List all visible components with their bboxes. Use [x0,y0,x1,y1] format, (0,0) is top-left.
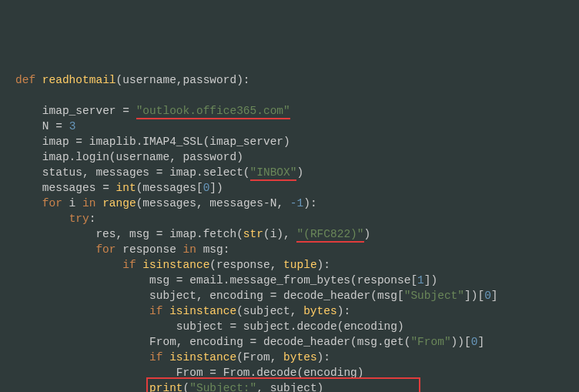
from-key: "From" [410,336,450,348]
from-assign-lhs: From, encoding = decode_header(msg.get( [149,336,410,348]
print-box-annotation: print("Subject:", subject) print("From:"… [149,380,417,392]
msg-assign-close: ]) [424,274,437,286]
for2-var: response [116,243,183,256]
messages-int-pre: messages = [42,182,116,194]
isinstance1-close: ): [317,259,330,271]
kw-for2: for [95,243,115,256]
isinstance-fn-3: isinstance [162,351,236,364]
imap-login: imap.login(username, password) [42,151,243,163]
str-fn: str [243,228,263,240]
isinstance3-args: (From, [236,351,283,364]
kw-try: try [69,213,89,225]
from-decode: From = From.decode(encoding) [176,367,364,379]
range-fn: range [95,197,136,209]
range-close: ): [303,197,316,209]
imap-server-assign: imap_server = [42,105,136,117]
print1-open: ( [183,382,190,392]
bytes-fn-1: bytes [303,305,337,317]
print1-str: "Subject:" [189,382,256,392]
n-assign-lhs: N = [42,120,69,132]
imap-server-string: "outlook.office365.com" [136,105,290,119]
code-block: def readhotmail(username,password): imap… [15,72,564,392]
from-assign-end: ] [477,336,484,348]
params: (username,password): [116,74,250,86]
print-fn-1: print [149,382,183,392]
rfc-string: "(RFC822)" [296,228,363,243]
status-assign-lhs: status, messages = imap.select( [42,166,250,179]
kw-if3: if [149,351,162,364]
msg-assign: msg = email.message_from_bytes(response[ [149,274,417,286]
kw-def: def [15,74,35,86]
try-colon: : [89,213,96,225]
int-fn: int [116,182,136,194]
bytes-fn-2: bytes [283,351,317,364]
kw-in2: in [183,243,196,256]
status-assign-close: ) [296,166,303,179]
range-open: (messages, messages-N, [136,197,290,209]
for2-rhs: msg: [196,243,230,256]
isinstance2-close: ): [337,305,350,317]
tuple-fn: tuple [283,259,317,271]
neg-one: -1 [290,197,303,209]
kw-if2: if [149,305,162,317]
subj-decode: subject = subject.decode(encoding) [176,320,404,333]
function-name: readhotmail [42,74,116,86]
subj-assign-lhs: subject, encoding = decode_header(msg[ [149,290,404,302]
zero-idx-2: 0 [484,290,491,302]
kw-in1: in [82,197,95,209]
messages-int-close: ]) [209,182,223,194]
print1-rest: , subject) [256,382,323,392]
subj-assign-end: ] [491,290,498,302]
isinstance3-close: ): [317,351,330,364]
isinstance-fn-1: isinstance [136,259,210,271]
kw-for1: for [42,197,62,209]
one-idx: 1 [417,274,424,286]
res-assign-lhs: res, msg = imap.fetch( [95,228,243,240]
from-assign-close: ))[ [451,336,471,348]
n-value: 3 [69,120,76,132]
kw-if1: if [122,259,136,271]
subj-assign-close: ])[ [464,290,484,302]
for1-var: i [62,197,82,209]
res-assign-close: ) [364,228,371,240]
messages-int-args: (messages[ [136,182,203,194]
isinstance1-args: (response, [209,259,283,271]
inbox-string: "INBOX" [250,166,297,181]
isinstance-fn-2: isinstance [162,305,236,317]
subject-key: "Subject" [404,290,464,302]
imap-assign: imap = imaplib.IMAP4_SSL(imap_server) [42,136,290,148]
res-assign-mid: (i), [263,228,297,240]
isinstance2-args: (subject, [236,305,303,317]
